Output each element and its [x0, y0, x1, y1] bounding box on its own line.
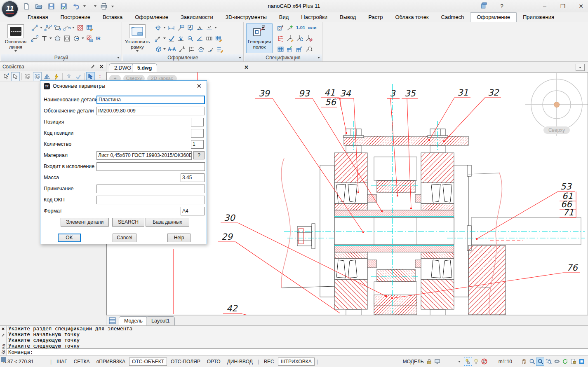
sheet-list-icon[interactable] — [109, 317, 116, 325]
quantity-input[interactable]: 1 — [191, 140, 204, 149]
cancel-button[interactable]: Cancel — [113, 234, 136, 242]
close-panel-icon[interactable]: ✕ — [99, 64, 103, 70]
open-file-icon[interactable] — [34, 1, 44, 11]
menu-tab-3[interactable]: Оформление — [129, 13, 174, 22]
menu-tab-13[interactable]: Приложения — [517, 13, 560, 22]
command-history[interactable]: Укажите раздел спецификации для элемента… — [8, 326, 586, 349]
pin-icon[interactable] — [90, 64, 95, 70]
show-lights-cursor-icon[interactable] — [464, 358, 472, 366]
mass-input[interactable]: 3.45 — [181, 173, 205, 182]
circ-icon[interactable] — [72, 34, 80, 42]
position-code-input[interactable] — [191, 129, 204, 138]
dropdown-caret[interactable] — [40, 27, 42, 28]
cross-icon[interactable] — [154, 23, 162, 32]
tblb-icon[interactable] — [276, 45, 285, 53]
fullscreen-icon[interactable] — [577, 358, 586, 366]
part-name-input[interactable]: Пластина — [96, 96, 205, 104]
posnum-icon[interactable] — [286, 34, 294, 42]
ldr-icon[interactable] — [176, 23, 185, 32]
arc-icon[interactable] — [63, 23, 71, 32]
pin-command-icon[interactable] — [1, 332, 5, 338]
multil-icon[interactable] — [276, 34, 285, 42]
zoom-window-icon[interactable] — [544, 358, 553, 366]
pan-hand-icon[interactable] — [520, 358, 528, 366]
menu-tab-2[interactable]: Вставка — [96, 13, 129, 22]
help-button-dialog[interactable]: Help — [167, 234, 191, 242]
menu-tab-11[interactable]: Cadmech — [435, 13, 470, 22]
window-select-icon[interactable] — [24, 72, 32, 81]
menu-tab-1[interactable]: Построение — [54, 13, 96, 22]
add-selection-icon[interactable] — [2, 72, 10, 81]
move-up-icon[interactable] — [64, 72, 73, 81]
boxA-icon[interactable] — [186, 23, 194, 32]
regen-icon[interactable] — [561, 358, 569, 366]
status-toggle-ВЕС[interactable]: ВЕС — [261, 358, 277, 366]
redo-dropdown-caret[interactable] — [94, 5, 96, 7]
material-input[interactable]: Лист 0,45х670 ГОСТ 19903-2015/ОК360В — [96, 151, 192, 160]
poly-icon[interactable] — [53, 34, 61, 42]
menu-tab-0[interactable]: Главная — [21, 13, 54, 22]
database-button[interactable]: База данных — [146, 218, 189, 227]
position-input[interactable] — [191, 118, 204, 126]
panel-label-draw[interactable]: Рисуй — [1, 54, 121, 61]
pline-icon[interactable] — [44, 23, 52, 32]
menu-tab-9[interactable]: Растр — [362, 13, 389, 22]
editpen-icon[interactable] — [216, 45, 224, 53]
crossing-select-icon[interactable] — [33, 72, 42, 81]
tblexp-icon[interactable] — [286, 45, 294, 53]
format-input[interactable]: A4 — [181, 207, 205, 215]
dropdown-caret[interactable] — [163, 27, 166, 28]
pointer-mode-icon[interactable] — [86, 72, 95, 81]
dropdown-caret[interactable] — [72, 27, 75, 28]
lightbulb-icon[interactable] — [472, 358, 480, 366]
arr2-icon[interactable] — [188, 45, 196, 53]
ribbon-icon-или[interactable]: или — [307, 23, 318, 32]
textT-icon[interactable] — [40, 34, 48, 42]
panel-label-specification[interactable]: Спецификация — [245, 54, 322, 61]
menu-tab-10[interactable]: Облака точек — [389, 13, 435, 22]
zoom-realtime-icon[interactable] — [536, 358, 544, 366]
scale-indicator[interactable]: m1:10 — [499, 359, 512, 365]
maximize-button[interactable]: ❐ — [558, 3, 567, 9]
tblimp-icon[interactable] — [295, 45, 303, 53]
dropdown-caret[interactable] — [49, 37, 52, 39]
ldrE-icon[interactable] — [276, 23, 285, 32]
undo-icon[interactable] — [71, 1, 81, 11]
status-toggle-ШАГ[interactable]: ШАГ — [54, 358, 70, 366]
menu-tab-6[interactable]: Вид — [273, 13, 295, 22]
zoom-icon[interactable] — [528, 358, 536, 366]
close-command-icon[interactable]: ✕ — [1, 327, 5, 331]
ang-icon[interactable] — [195, 34, 204, 42]
posref-icon[interactable] — [295, 34, 303, 42]
ray-icon[interactable] — [154, 34, 162, 42]
tblpen-icon[interactable] — [85, 23, 94, 32]
dialog-title-bar[interactable]: 11 Основные параметры ✕ — [40, 81, 207, 91]
loupe-icon[interactable] — [186, 34, 194, 42]
status-toggle-ДИН-ВВОД[interactable]: ДИН-ВВОД — [224, 358, 256, 366]
set-frame-button[interactable]: Установить рамку — [125, 23, 150, 53]
part-designation-input[interactable]: IM200.09.80-009 — [96, 107, 205, 115]
find-icon[interactable] — [305, 45, 313, 53]
material-help-button[interactable]: ? — [193, 151, 205, 159]
cube-icon[interactable] — [154, 45, 162, 53]
menu-tab-5[interactable]: 3D-инструменты — [219, 13, 273, 22]
orbit-icon[interactable] — [553, 358, 561, 366]
dropdown-caret[interactable] — [163, 37, 166, 39]
command-input[interactable]: Команда: — [7, 348, 588, 355]
splash-icon[interactable] — [176, 34, 185, 42]
command-panel-grip[interactable] — [1, 357, 6, 362]
close-document-icon[interactable]: ✕ — [244, 64, 249, 70]
washer-icon[interactable] — [63, 34, 71, 42]
visibility-dropdown-caret[interactable] — [458, 361, 461, 362]
select-cursor-icon[interactable] — [11, 72, 20, 81]
save-icon[interactable] — [46, 1, 56, 11]
new-file-icon[interactable] — [21, 1, 31, 11]
dialog-close-icon[interactable]: ✕ — [195, 82, 203, 90]
ok-button[interactable]: OK — [58, 234, 81, 242]
confirm-select-icon[interactable] — [74, 72, 82, 81]
hatch-icon[interactable] — [76, 23, 84, 32]
line-icon[interactable] — [31, 23, 39, 32]
monitor-icon[interactable] — [433, 358, 442, 366]
weld1-icon[interactable] — [195, 23, 204, 32]
note-input[interactable] — [96, 185, 205, 193]
